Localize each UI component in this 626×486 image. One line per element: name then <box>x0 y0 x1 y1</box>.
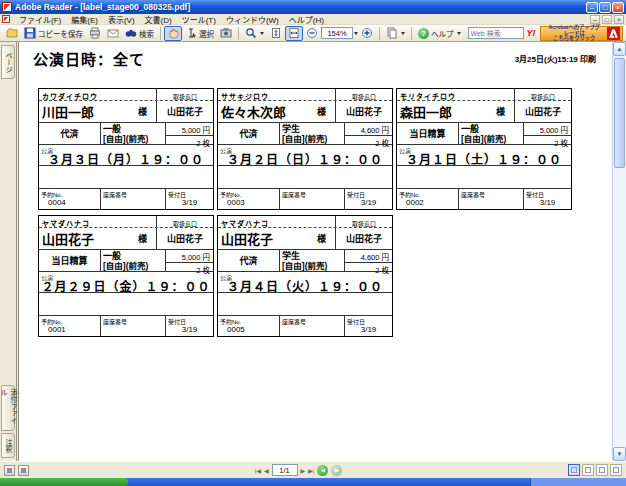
actual-size-icon <box>270 27 282 39</box>
customer-name: 森田一郎 <box>400 102 452 121</box>
seat-no-label: 座席番号 <box>461 190 485 199</box>
yahoo-logo[interactable]: Y! <box>527 28 536 38</box>
pages-icon <box>386 27 398 39</box>
customer-name: 川田一郎 <box>42 102 94 121</box>
statusbar-doc-icon[interactable] <box>4 465 15 476</box>
prev-page-button[interactable]: ◀ <box>264 467 269 474</box>
payment-status: 当日精算 <box>397 123 458 144</box>
performance-date: ３月２日（日）１９：００ <box>218 145 392 167</box>
close-button[interactable]: × <box>612 2 624 13</box>
honorific-label: 様 <box>317 232 335 245</box>
email-button[interactable] <box>104 26 122 41</box>
continuous-facing-layout-button[interactable] <box>610 464 622 476</box>
restore-button[interactable]: □ <box>599 2 611 13</box>
zoom-level-input[interactable] <box>321 27 353 39</box>
printer-icon <box>89 27 101 39</box>
reservation-no-label: 予約No. <box>399 190 420 199</box>
open-button[interactable] <box>3 26 21 41</box>
select-tool-button[interactable]: 選択 <box>182 26 217 41</box>
search-button[interactable]: 検索 <box>122 26 157 41</box>
reception-date-label: 受付日 <box>526 190 544 199</box>
menu-tools[interactable]: ツール(T) <box>177 14 221 25</box>
ticket-type: 学生 <box>282 251 344 261</box>
dropdown-caret-icon <box>401 32 405 35</box>
snapshot-button[interactable] <box>217 26 235 41</box>
doc-close-button[interactable]: × <box>614 15 624 24</box>
print-button[interactable] <box>86 26 104 41</box>
page-display-button[interactable] <box>383 26 408 41</box>
handling-window-label: 取扱窓口 <box>514 89 571 100</box>
handler-name: 山田花子 <box>335 101 392 122</box>
web-search-input[interactable] <box>468 27 524 39</box>
menu-file[interactable]: ファイル(F) <box>14 14 66 25</box>
reception-date-label: 受付日 <box>168 190 186 199</box>
vertical-scrollbar[interactable]: ▲ ▼ <box>612 42 626 461</box>
zoom-tool-button[interactable] <box>242 26 267 41</box>
zoom-out-button[interactable] <box>303 26 321 41</box>
seat-note: [自由](前売) <box>103 134 165 144</box>
ticket-furigana: モリタイチロウ <box>397 89 514 100</box>
camera-icon <box>220 27 232 39</box>
status-bar: |◀ ◀ 1/1 ▶ ▶| ◀ ▶ <box>0 461 626 478</box>
ticket-price: 5,000 円 <box>166 250 213 263</box>
start-button[interactable] <box>0 478 128 486</box>
sidebar-tab-comments[interactable]: 注釈 <box>1 433 15 458</box>
sidebar-tab-pages[interactable]: ページ <box>1 45 15 79</box>
menu-view[interactable]: 表示(V) <box>103 14 140 25</box>
menu-window[interactable]: ウィンドウ(W) <box>221 14 284 25</box>
statusbar-info-icon[interactable] <box>18 465 29 476</box>
save-copy-button[interactable]: コピーを保存 <box>21 26 86 41</box>
doc-restore-button[interactable]: □ <box>602 15 612 24</box>
first-page-button[interactable]: |◀ <box>255 467 261 474</box>
last-page-button[interactable]: ▶| <box>308 467 314 474</box>
performance-label: 公演 <box>220 146 232 155</box>
ticket-type: 一般 <box>103 251 165 261</box>
floppy-disk-icon <box>24 27 36 39</box>
customer-name: 山田花子 <box>42 229 94 248</box>
ticket-type: 一般 <box>103 124 165 134</box>
actual-size-button[interactable] <box>267 26 285 41</box>
ticket-price: 4,600 円 <box>345 250 392 263</box>
continuous-layout-button[interactable] <box>582 464 594 476</box>
performance-label: 公演 <box>41 146 53 155</box>
acrobat-upgrade-ad[interactable]: Acrobatへのアップグレードは こちらをクリック <box>540 26 624 41</box>
help-button[interactable]: ? ヘルプ <box>415 26 464 41</box>
next-view-button[interactable]: ▶ <box>331 465 342 476</box>
ticket-card: ササキジロウ 取扱窓口 佐々木次郎 様 山田花子 代済 学生 [自由](前売) … <box>217 88 393 210</box>
facing-layout-button[interactable] <box>596 464 608 476</box>
fit-width-icon <box>288 27 300 39</box>
seat-note: [自由](前売) <box>282 261 344 271</box>
ticket-type: 一般 <box>461 124 523 134</box>
ad-line1: Acrobatへのアップグレードは <box>548 25 600 36</box>
handling-window-label: 取扱窓口 <box>335 89 392 100</box>
next-page-button[interactable]: ▶ <box>301 467 306 474</box>
scrollbar-thumb[interactable] <box>614 58 625 168</box>
minimize-button[interactable]: – <box>586 2 598 13</box>
adobe-reader-app-icon <box>2 2 12 12</box>
page-indicator[interactable]: 1/1 <box>272 464 298 476</box>
menu-help[interactable]: ヘルプ(H) <box>284 14 329 25</box>
hand-tool-button[interactable] <box>164 26 182 41</box>
window-title: Adobe Reader - [label_stage00_080325.pdf… <box>15 2 586 12</box>
magnifier-icon <box>245 27 257 39</box>
handling-window-label: 取扱窓口 <box>335 216 392 227</box>
zoom-in-button[interactable] <box>358 26 376 41</box>
sidebar-tab-attachments[interactable]: 添付ファイル <box>1 385 15 431</box>
honorific-label: 様 <box>317 105 335 118</box>
ad-line2: こちらをクリック <box>553 36 595 41</box>
scroll-down-button[interactable]: ▼ <box>613 447 626 461</box>
menu-edit[interactable]: 編集(E) <box>66 14 103 25</box>
seat-note: [自由](前売) <box>461 134 523 144</box>
single-page-layout-button[interactable] <box>568 464 580 476</box>
payment-status: 代済 <box>218 250 279 271</box>
ibeam-cursor-icon <box>185 27 197 39</box>
ticket-card: モリタイチロウ 取扱窓口 森田一郎 様 山田花子 当日精算 一般 [自由](前売… <box>396 88 572 210</box>
previous-view-button[interactable]: ◀ <box>317 465 328 476</box>
handling-window-label: 取扱窓口 <box>156 89 213 100</box>
ticket-card: ヤマダハナコ 取扱窓口 山田花子 様 山田花子 当日精算 一般 [自由](前売)… <box>38 215 214 337</box>
scroll-up-button[interactable]: ▲ <box>613 42 626 56</box>
menu-document[interactable]: 文書(D) <box>140 14 177 25</box>
doc-minimize-button[interactable]: – <box>590 15 600 24</box>
ticket-type: 学生 <box>282 124 344 134</box>
fit-width-button[interactable] <box>285 26 303 41</box>
